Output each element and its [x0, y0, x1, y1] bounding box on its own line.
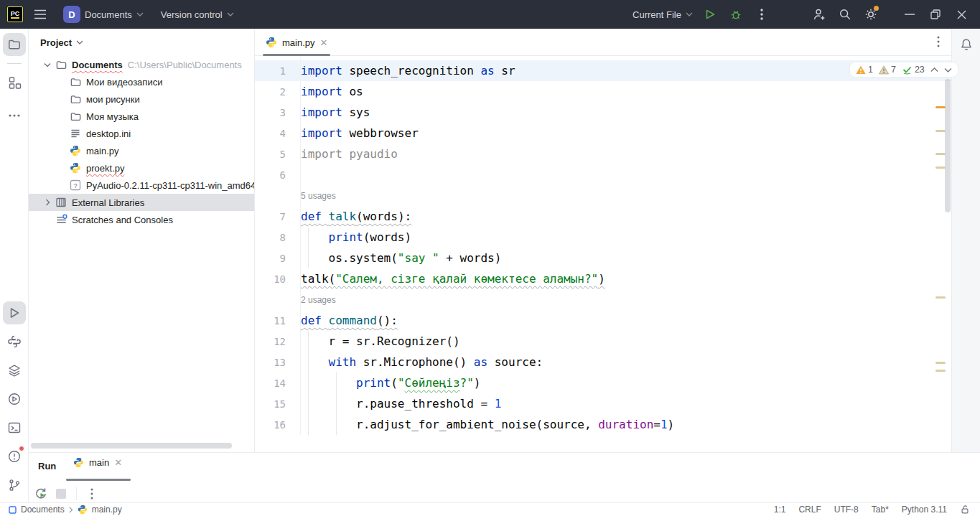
search-everywhere-button[interactable]: [834, 3, 857, 26]
code-line[interactable]: 4import webbrowser: [255, 123, 951, 144]
run-panel-title[interactable]: Run: [38, 461, 56, 472]
tree-item[interactable]: Scratches and Consoles: [29, 211, 254, 228]
error-stripe-mark[interactable]: [935, 106, 946, 108]
python-packages-tool-button[interactable]: [3, 330, 26, 353]
tree-item[interactable]: DocumentsC:\Users\Public\Documents: [29, 56, 254, 73]
main-menu-button[interactable]: [29, 3, 52, 26]
code-line[interactable]: 1import speech_recognition as sr: [255, 60, 951, 81]
line-number[interactable]: 4: [255, 128, 301, 139]
line-number[interactable]: 7: [255, 211, 301, 222]
chevron-down-icon[interactable]: [44, 62, 51, 67]
line-number[interactable]: 15: [255, 398, 301, 410]
tree-item[interactable]: External Libraries: [29, 194, 254, 211]
version-control-tool-button[interactable]: [3, 474, 26, 497]
tab-main-py[interactable]: main.py ✕: [263, 29, 330, 56]
horizontal-scrollbar[interactable]: [31, 443, 232, 449]
code-line[interactable]: 7def talk(words):: [255, 206, 951, 227]
weak-warning-count[interactable]: 7: [879, 65, 896, 75]
run-configuration-selector[interactable]: Current File: [630, 5, 696, 24]
code-line[interactable]: 11def command():: [255, 310, 951, 331]
terminal-tool-button[interactable]: [3, 416, 26, 439]
project-tool-button[interactable]: [3, 33, 26, 56]
line-separator[interactable]: CRLF: [798, 505, 821, 515]
tab-close-icon[interactable]: ✕: [320, 37, 328, 48]
warning-count[interactable]: 1: [856, 65, 873, 75]
tree-item[interactable]: Мои видеозаписи: [29, 73, 254, 90]
inspections-widget[interactable]: 1 7 23: [849, 62, 958, 78]
error-stripe-mark[interactable]: [935, 166, 946, 169]
line-number[interactable]: 1: [255, 65, 301, 77]
breadcrumb-file[interactable]: main.py: [92, 505, 122, 515]
code-line[interactable]: 2import os: [255, 81, 951, 102]
usages-inlay-hint[interactable]: 2 usages: [301, 295, 336, 305]
vertical-scrollbar[interactable]: [945, 79, 951, 212]
code-line[interactable]: 10talk("Салем, сізге қалай көмектесе ала…: [255, 268, 951, 289]
error-stripe-mark[interactable]: [935, 153, 946, 155]
line-number[interactable]: 8: [255, 232, 301, 243]
tree-item[interactable]: main.py: [29, 142, 254, 159]
tree-item[interactable]: мои рисунки: [29, 90, 254, 108]
code-line[interactable]: 8 print(words): [255, 227, 951, 248]
code-line[interactable]: 15 r.pause_threshold = 1: [255, 393, 951, 414]
maximize-button[interactable]: [924, 3, 947, 26]
debug-button[interactable]: [724, 3, 747, 26]
more-actions-button[interactable]: [750, 3, 773, 26]
code-line[interactable]: 9 os.system("say " + words): [255, 248, 951, 268]
code-line[interactable]: 16 r.adjust_for_ambient_noise(source, du…: [255, 414, 951, 435]
line-number[interactable]: 9: [255, 253, 301, 264]
line-number[interactable]: 14: [255, 377, 301, 389]
code-editor[interactable]: 1import speech_recognition as sr2import …: [255, 56, 951, 452]
tab-bar-more-button[interactable]: [937, 36, 940, 47]
breadcrumb[interactable]: Documents main.py: [0, 505, 122, 515]
settings-button[interactable]: [859, 3, 882, 26]
file-encoding[interactable]: UTF-8: [834, 505, 859, 515]
run-tab-main[interactable]: main ✕: [73, 457, 122, 468]
typo-count[interactable]: 23: [902, 65, 925, 75]
tree-item[interactable]: proekt.py: [29, 159, 254, 177]
more-tool-windows-button[interactable]: [3, 104, 26, 127]
code-line[interactable]: 5import pyaudio: [255, 144, 951, 164]
code-line[interactable]: 13 with sr.Microphone() as source:: [255, 352, 951, 372]
code-line[interactable]: 3import sys: [255, 102, 951, 123]
indent-style[interactable]: Tab*: [872, 505, 889, 515]
code-with-me-button[interactable]: [808, 3, 831, 26]
minimize-button[interactable]: [898, 3, 921, 26]
error-stripe-mark[interactable]: [935, 130, 946, 132]
problems-tool-button[interactable]: [3, 445, 26, 468]
line-number[interactable]: 10: [255, 273, 301, 285]
line-number[interactable]: 3: [255, 107, 301, 118]
caret-position[interactable]: 1:1: [774, 505, 786, 515]
code-line[interactable]: 14 print("Сөйлеңіз?"): [255, 372, 951, 393]
code-line[interactable]: 6: [255, 164, 951, 185]
close-button[interactable]: [950, 3, 973, 26]
run-more-options-button[interactable]: [84, 486, 100, 502]
breadcrumb-project[interactable]: Documents: [21, 505, 65, 515]
line-number[interactable]: 12: [255, 336, 301, 347]
stop-button[interactable]: [53, 486, 69, 502]
unlocked-padlock-icon[interactable]: [960, 505, 970, 515]
python-interpreter[interactable]: Python 3.11: [902, 505, 947, 515]
chevron-down-icon[interactable]: [944, 67, 952, 72]
line-number[interactable]: 2: [255, 86, 301, 98]
chevron-right-icon[interactable]: [45, 199, 50, 206]
tree-item[interactable]: Моя музыка: [29, 108, 254, 125]
line-number[interactable]: 11: [255, 315, 301, 327]
project-switcher[interactable]: D Documents: [57, 1, 149, 27]
error-stripe-mark[interactable]: [935, 296, 946, 299]
line-number[interactable]: 5: [255, 149, 301, 160]
services-tool-button[interactable]: [3, 388, 26, 411]
python-console-tool-button[interactable]: [3, 359, 26, 382]
run-button[interactable]: [699, 3, 722, 26]
tree-item[interactable]: desktop.ini: [29, 125, 254, 142]
structure-tool-button[interactable]: [3, 71, 26, 94]
vcs-widget[interactable]: Version control: [155, 5, 240, 24]
rerun-button[interactable]: [33, 486, 49, 502]
code-line[interactable]: 12 r = sr.Recognizer(): [255, 331, 951, 352]
usages-inlay-hint[interactable]: 5 usages: [301, 191, 336, 201]
chevron-up-icon[interactable]: [930, 67, 938, 72]
project-panel-header[interactable]: Project: [29, 29, 254, 56]
line-number[interactable]: 6: [255, 169, 301, 181]
error-stripe-mark[interactable]: [935, 370, 946, 372]
error-stripe-mark[interactable]: [935, 362, 946, 364]
tree-item[interactable]: ?PyAudio-0.2.11-cp311-cp311-win_amd64.w: [29, 177, 254, 194]
